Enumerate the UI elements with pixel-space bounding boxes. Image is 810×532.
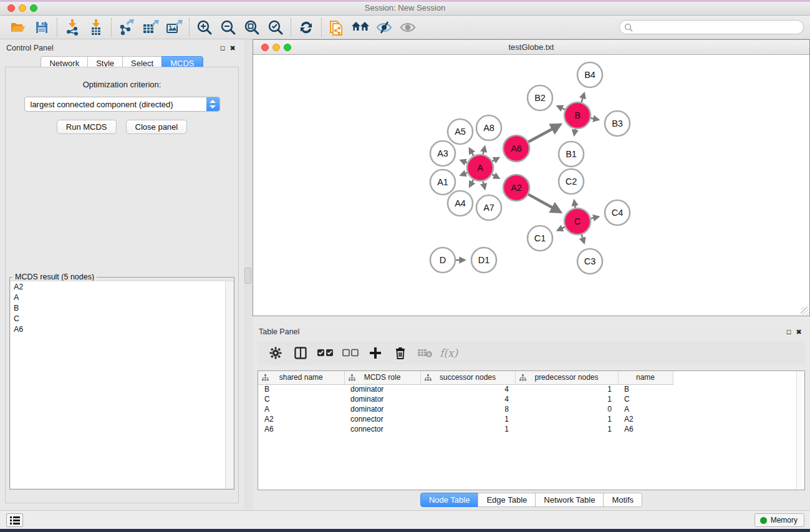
- graph-edge[interactable]: [581, 94, 584, 102]
- graph-edge[interactable]: [591, 118, 599, 119]
- home-icon[interactable]: [349, 17, 372, 37]
- show-annotations-icon[interactable]: [396, 17, 420, 37]
- deselect-all-icon[interactable]: [340, 344, 361, 362]
- table-cell[interactable]: A: [258, 404, 344, 414]
- graph-edge[interactable]: [574, 129, 576, 135]
- trash-icon[interactable]: [390, 344, 411, 362]
- zoom-in-icon[interactable]: [193, 17, 216, 37]
- hide-annotations-icon[interactable]: [372, 17, 396, 37]
- run-mcds-button[interactable]: Run MCDS: [57, 120, 117, 134]
- float-panel-icon[interactable]: ◻: [218, 44, 228, 52]
- zoom-fit-icon[interactable]: [240, 17, 264, 37]
- graph-edge[interactable]: [470, 148, 473, 156]
- table-cell[interactable]: A6: [258, 424, 344, 434]
- table-cell[interactable]: 8: [420, 404, 515, 414]
- column-header[interactable]: MCDS role: [344, 371, 420, 384]
- graph-edge[interactable]: [483, 181, 485, 188]
- tab-edge-table[interactable]: Edge Table: [478, 493, 536, 507]
- table-cell[interactable]: A2: [618, 414, 673, 424]
- graph-node[interactable]: C3: [577, 249, 602, 274]
- export-network-icon[interactable]: [115, 17, 138, 37]
- window-resize-grip-icon[interactable]: [801, 307, 809, 315]
- network-canvas[interactable]: B4B2BB3A5A8A6A3B1AA1C2A2A4A7C4CC1C3DD1: [253, 55, 809, 316]
- table-cell[interactable]: 1: [515, 424, 618, 434]
- search-input[interactable]: [633, 21, 803, 34]
- save-session-icon[interactable]: [30, 17, 54, 37]
- criterion-select[interactable]: largest connected component (directed): [24, 97, 220, 112]
- export-image-icon[interactable]: [162, 17, 186, 37]
- graph-edge[interactable]: [483, 147, 485, 154]
- graph-node[interactable]: A3: [430, 141, 455, 166]
- splitter-grip-icon[interactable]: [244, 268, 251, 284]
- column-view-icon[interactable]: [290, 344, 311, 362]
- import-table-icon[interactable]: [84, 17, 108, 37]
- graph-node[interactable]: A7: [476, 195, 501, 220]
- close-panel-icon[interactable]: ✖: [228, 44, 238, 52]
- list-scrollbar[interactable]: [225, 281, 233, 488]
- table-cell[interactable]: dominator: [344, 394, 420, 404]
- table-cell[interactable]: connector: [344, 414, 420, 424]
- table-cell[interactable]: 4: [420, 394, 515, 404]
- table-cell[interactable]: 1: [420, 414, 515, 424]
- table-cell[interactable]: 0: [515, 404, 618, 414]
- graph-node[interactable]: B2: [528, 85, 552, 110]
- graph-node[interactable]: C1: [528, 226, 552, 251]
- tab-network-table[interactable]: Network Table: [535, 493, 604, 507]
- graph-edge[interactable]: [461, 173, 468, 175]
- close-table-panel-icon[interactable]: ✖: [794, 327, 804, 336]
- zoom-selected-icon[interactable]: [264, 17, 287, 37]
- table-cell[interactable]: 1: [420, 424, 515, 434]
- open-file-icon[interactable]: [6, 17, 30, 37]
- menu-list-icon[interactable]: [6, 513, 23, 527]
- graph-node[interactable]: D: [430, 248, 455, 273]
- import-network-icon[interactable]: [60, 17, 84, 37]
- graph-edge[interactable]: [557, 106, 565, 110]
- graph-node[interactable]: B: [564, 102, 591, 128]
- table-row[interactable]: A6connector11A6: [258, 424, 673, 434]
- select-all-icon[interactable]: [315, 344, 336, 362]
- graph-node[interactable]: A5: [448, 119, 473, 144]
- graph-node[interactable]: C2: [559, 169, 584, 194]
- tab-motifs[interactable]: Motifs: [603, 493, 642, 507]
- function-builder-icon[interactable]: f(x): [440, 347, 458, 359]
- float-table-panel-icon[interactable]: ◻: [784, 327, 794, 336]
- memory-button[interactable]: Memory: [755, 513, 804, 527]
- graph-node[interactable]: A4: [448, 191, 473, 216]
- list-item[interactable]: A2: [11, 281, 233, 292]
- table-cell[interactable]: C: [618, 394, 673, 404]
- table-row[interactable]: Bdominator41B: [258, 384, 673, 394]
- graph-edge[interactable]: [470, 180, 473, 186]
- zoom-out-icon[interactable]: [216, 17, 240, 37]
- table-cell[interactable]: dominator: [344, 404, 420, 414]
- table-cell[interactable]: dominator: [344, 384, 420, 394]
- graph-edge[interactable]: [557, 227, 565, 230]
- table-cell[interactable]: connector: [344, 424, 420, 434]
- graph-edge[interactable]: [528, 195, 560, 212]
- column-header[interactable]: successor nodes: [420, 371, 515, 384]
- table-cell[interactable]: 1: [515, 414, 618, 424]
- table-cell[interactable]: 1: [515, 384, 618, 394]
- graph-edge[interactable]: [528, 125, 560, 142]
- graph-node[interactable]: A2: [503, 175, 529, 201]
- table-cell[interactable]: A: [618, 404, 673, 414]
- column-header[interactable]: shared name: [258, 371, 344, 384]
- graph-edge[interactable]: [492, 175, 499, 178]
- mcds-result-list[interactable]: A2ABCA6: [11, 281, 233, 488]
- close-panel-button[interactable]: Close panel: [126, 120, 188, 134]
- graph-node[interactable]: B3: [605, 111, 630, 136]
- graph-edge[interactable]: [492, 158, 498, 162]
- table-row[interactable]: A2connector11A2: [258, 414, 673, 424]
- table-cell[interactable]: A6: [618, 424, 673, 434]
- graph-edge[interactable]: [574, 201, 576, 208]
- table-cell[interactable]: A2: [258, 414, 344, 424]
- graph-edge[interactable]: [591, 217, 598, 219]
- search-field[interactable]: [619, 20, 804, 34]
- graph-node[interactable]: A1: [430, 170, 455, 195]
- tab-node-table[interactable]: Node Table: [420, 493, 479, 507]
- table-row[interactable]: Adominator80A: [258, 404, 673, 414]
- cyndex-icon[interactable]: [325, 17, 349, 37]
- graph-node[interactable]: C: [564, 208, 591, 235]
- graph-node[interactable]: D1: [471, 248, 496, 273]
- refresh-icon[interactable]: [294, 17, 318, 37]
- list-item[interactable]: B: [11, 302, 233, 313]
